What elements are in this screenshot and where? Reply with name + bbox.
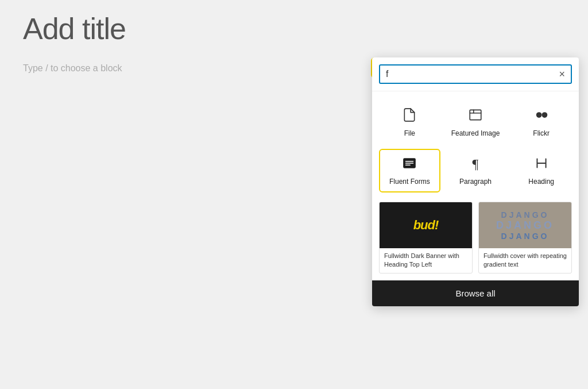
block-item-flickr[interactable]: Flickr — [510, 101, 572, 144]
block-item-fluent-forms[interactable]: Fluent Forms — [379, 149, 440, 192]
pattern-card-django[interactable]: DJANGO DJANGO DJANGO Fullwidth cover wit… — [478, 202, 572, 274]
pattern-cards-grid: bud! Fullwidth Dark Banner with Heading … — [379, 202, 572, 274]
block-label-featured-image: Featured Image — [451, 129, 500, 137]
block-item-heading[interactable]: Heading — [510, 149, 572, 192]
svg-point-3 — [536, 112, 541, 118]
file-icon — [402, 107, 417, 125]
editor-area: Add title Type / to choose a block × — [0, 0, 588, 389]
featured-image-icon — [468, 107, 483, 125]
fluent-forms-icon — [402, 156, 417, 173]
svg-rect-0 — [470, 110, 481, 120]
block-search-input[interactable] — [386, 69, 554, 79]
pattern-name-dark-banner: Fullwidth Dark Banner with Heading Top L… — [380, 248, 472, 273]
pattern-card-dark-banner[interactable]: bud! Fullwidth Dark Banner with Heading … — [379, 202, 473, 274]
block-label-fluent-forms: Fluent Forms — [389, 178, 430, 186]
block-item-featured-image[interactable]: Featured Image — [445, 101, 506, 144]
browse-all-button[interactable]: Browse all — [372, 280, 579, 306]
svg-point-4 — [541, 112, 547, 118]
pattern-name-django: Fullwidth cover with repeating gradient … — [479, 248, 571, 273]
patterns-section: bud! Fullwidth Dark Banner with Heading … — [372, 202, 579, 280]
block-grid: File Featured Image — [372, 91, 579, 202]
flickr-icon — [534, 107, 549, 125]
search-bar: × — [372, 57, 579, 91]
page-title[interactable]: Add title — [23, 11, 565, 46]
pattern-preview-django: DJANGO DJANGO DJANGO — [479, 202, 571, 248]
block-label-paragraph: Paragraph — [459, 178, 492, 186]
pattern-preview-dark-banner: bud! — [380, 202, 472, 248]
block-label-file: File — [404, 129, 415, 137]
block-placeholder-text: Type / to choose a block — [23, 63, 122, 74]
block-label-heading: Heading — [528, 178, 554, 186]
search-clear-button[interactable]: × — [559, 69, 565, 79]
block-item-file[interactable]: File — [379, 101, 440, 144]
block-picker-dropdown: × File — [372, 57, 579, 306]
block-label-flickr: Flickr — [533, 129, 550, 137]
search-input-wrap: × — [379, 64, 572, 84]
heading-icon — [534, 156, 549, 173]
paragraph-icon: ¶ — [468, 156, 483, 173]
block-item-paragraph[interactable]: ¶ Paragraph — [445, 149, 506, 192]
svg-text:¶: ¶ — [473, 156, 479, 171]
